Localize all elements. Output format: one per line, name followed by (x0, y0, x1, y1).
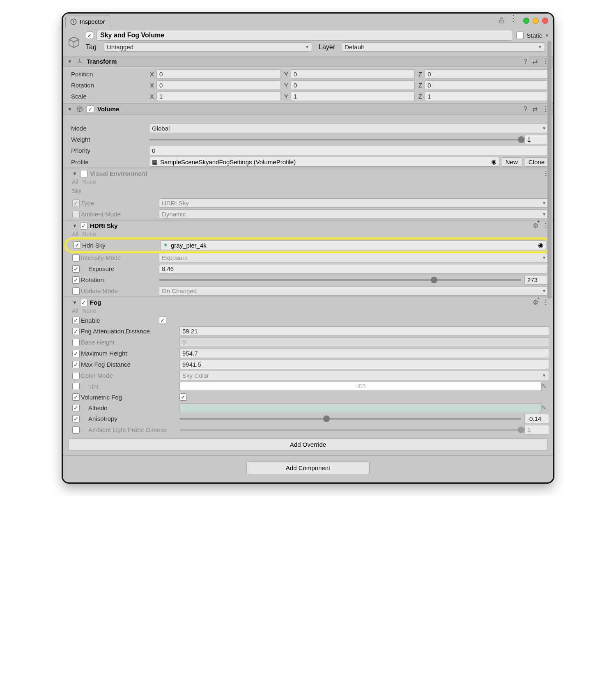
visual-environment-header[interactable]: ▼ Visual Environment ⋮ (63, 168, 553, 179)
scale-x-input[interactable]: 1 (156, 92, 281, 101)
settings-plus-icon[interactable]: ⚙ (533, 298, 538, 306)
profile-clone-button[interactable]: Clone (524, 157, 549, 167)
tag-dropdown[interactable]: Untagged▼ (104, 42, 312, 52)
enable-value-checkbox[interactable] (159, 317, 166, 324)
rot-x-input[interactable]: 0 (156, 80, 281, 90)
hdri-enabled-checkbox[interactable] (80, 222, 87, 230)
profile-field[interactable]: ▦ SampleSceneSkyandFogSettings (VolumePr… (149, 157, 499, 167)
preset-icon[interactable]: ⇄ (532, 57, 538, 65)
maxh-input[interactable]: 954.7 (179, 349, 549, 358)
maxdist-input[interactable]: 9941.5 (179, 360, 549, 369)
object-picker-icon[interactable]: ◉ (538, 241, 543, 249)
ambient-dropdown[interactable]: Dynamic▼ (159, 209, 549, 219)
add-component-button[interactable]: Add Component (246, 462, 370, 474)
scale-y-input[interactable]: 1 (291, 92, 415, 101)
maxh-override-checkbox[interactable] (72, 350, 80, 357)
gameobject-icon (67, 35, 81, 49)
exposure-input[interactable]: 8.46 (159, 264, 549, 273)
info-icon (70, 18, 77, 25)
preset-icon[interactable]: ⇄ (532, 105, 538, 113)
scrollbar[interactable] (547, 41, 552, 471)
layer-label: Layer (319, 44, 339, 51)
transform-header[interactable]: ▼ Transform ? ⇄ ⋮ (63, 56, 553, 67)
pos-z-input[interactable]: 0 (425, 69, 549, 79)
fog-header[interactable]: ▼ Fog ⚙ ⋮ (63, 297, 553, 308)
exposure-label: Exposure (81, 265, 159, 272)
type-override-checkbox[interactable] (72, 200, 80, 207)
volume-header[interactable]: ▼ Volume ? ⇄ ⋮ (63, 103, 553, 115)
pos-y-input[interactable]: 0 (291, 69, 415, 79)
update-override-checkbox[interactable] (72, 287, 80, 295)
ambient-override-checkbox[interactable] (72, 211, 80, 218)
gameobject-enabled-checkbox[interactable] (86, 32, 93, 39)
fog-enabled-checkbox[interactable] (80, 299, 87, 306)
object-picker-icon[interactable]: ◉ (491, 158, 496, 165)
rotation-override-checkbox[interactable] (72, 276, 80, 284)
static-checkbox[interactable] (516, 32, 524, 39)
weight-label: Weight (71, 136, 149, 143)
volfog-value-checkbox[interactable] (179, 393, 187, 401)
all-button[interactable]: All (72, 231, 78, 237)
help-icon[interactable]: ? (524, 106, 527, 113)
traffic-green[interactable] (523, 18, 529, 24)
traffic-yellow[interactable] (533, 18, 539, 24)
inspector-tab[interactable]: Inspector (65, 16, 111, 27)
enable-override-checkbox[interactable] (72, 317, 80, 324)
help-icon[interactable]: ? (524, 58, 527, 65)
visual-env-enabled-checkbox[interactable] (80, 170, 87, 177)
chevron-down-icon: ▼ (542, 212, 546, 216)
atten-override-checkbox[interactable] (72, 328, 80, 335)
mode-dropdown[interactable]: Global▼ (149, 124, 549, 133)
scale-z-input[interactable]: 1 (425, 92, 549, 101)
settings-plus-icon[interactable]: ⚙ (533, 222, 538, 230)
layer-dropdown[interactable]: Default▼ (342, 42, 545, 52)
colormode-dropdown[interactable]: Sky Color▼ (179, 371, 549, 380)
weight-slider[interactable] (149, 139, 521, 140)
add-override-button[interactable]: Add Override (69, 439, 547, 450)
intensity-dropdown[interactable]: Exposure▼ (159, 253, 549, 262)
ambientdim-slider[interactable] (179, 429, 521, 431)
maxdist-override-checkbox[interactable] (72, 361, 80, 368)
priority-input[interactable]: 0 (149, 146, 549, 155)
update-dropdown[interactable]: On Changed▼ (159, 286, 549, 296)
base-label: Base Height (81, 339, 179, 346)
traffic-red[interactable] (542, 18, 548, 24)
albedo-color-field[interactable] (179, 403, 542, 412)
none-button[interactable]: None (82, 308, 96, 314)
atten-input[interactable]: 59.21 (179, 326, 549, 336)
colormode-override-checkbox[interactable] (72, 372, 80, 379)
weight-value-input[interactable]: 1 (524, 135, 549, 144)
pos-x-input[interactable]: 0 (156, 69, 281, 79)
type-dropdown[interactable]: HDRI Sky▼ (159, 198, 549, 208)
rot-y-input[interactable]: 0 (291, 80, 415, 90)
static-dropdown[interactable]: Static (527, 32, 549, 39)
ambientdim-value-input[interactable]: 1 (524, 425, 549, 434)
rotation-value-input[interactable]: 273 (524, 275, 549, 285)
none-button[interactable]: None (82, 179, 96, 185)
tint-override-checkbox[interactable] (72, 383, 80, 390)
base-override-checkbox[interactable] (72, 339, 80, 346)
rotation-slider[interactable] (159, 279, 521, 281)
hdri-sky-header[interactable]: ▼ HDRI Sky ⚙ ⋮ (63, 220, 553, 231)
enable-label: Enable (81, 317, 159, 324)
rot-z-input[interactable]: 0 (425, 80, 549, 90)
lock-icon[interactable] (498, 17, 505, 24)
exposure-override-checkbox[interactable] (72, 265, 80, 273)
intensity-override-checkbox[interactable] (72, 254, 80, 262)
base-input[interactable]: 0 (179, 338, 549, 347)
tint-color-field910[interactable]: HDR (179, 382, 542, 391)
profile-new-button[interactable]: New (501, 157, 522, 167)
volfog-override-checkbox[interactable] (72, 393, 80, 401)
gameobject-name-input[interactable]: Sky and Fog Volume (97, 30, 513, 41)
none-button[interactable]: None (82, 231, 96, 237)
all-button[interactable]: All (72, 308, 78, 314)
ambientdim-override-checkbox[interactable] (72, 426, 80, 434)
hdri-sky-override-checkbox[interactable] (74, 241, 81, 249)
all-button[interactable]: All (72, 179, 78, 185)
aniso-value-input[interactable]: -0.14 (524, 414, 549, 423)
aniso-override-checkbox[interactable] (72, 415, 80, 422)
volume-enabled-checkbox[interactable] (87, 106, 94, 113)
aniso-slider[interactable] (179, 418, 521, 420)
albedo-override-checkbox[interactable] (72, 404, 80, 411)
hdri-sky-field[interactable]: ✦ gray_pier_4k ◉ (160, 240, 546, 250)
